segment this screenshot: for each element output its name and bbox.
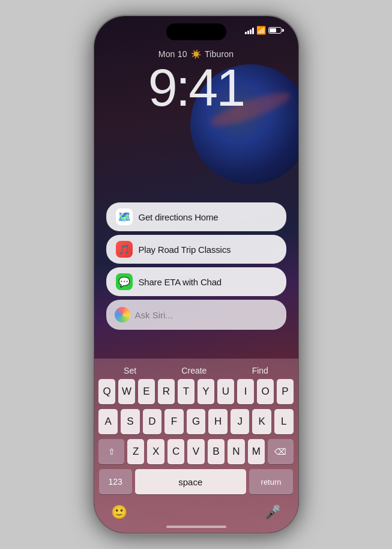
key-z[interactable]: Z (127, 439, 144, 464)
key-b[interactable]: B (208, 439, 225, 464)
siri-input-container[interactable]: Ask Siri... (106, 300, 286, 330)
key-c[interactable]: C (167, 439, 184, 464)
suggestion-create[interactable]: Create (181, 366, 207, 375)
key-s[interactable]: S (121, 409, 140, 434)
key-f[interactable]: F (164, 409, 184, 434)
wifi-icon: 📶 (256, 26, 266, 35)
key-o[interactable]: O (257, 379, 274, 404)
key-q[interactable]: Q (98, 379, 115, 404)
key-a[interactable]: A (98, 409, 118, 434)
key-l[interactable]: L (274, 409, 294, 434)
phone-screen: 📶 Mon 10 ☀️ Tiburon 9:41 🗺️ (94, 16, 298, 533)
key-m[interactable]: M (248, 439, 265, 464)
key-g[interactable]: G (187, 409, 206, 434)
keyboard-rows: Q W E R T Y U I O P A S D F G (97, 379, 296, 494)
status-icons: 📶 (245, 26, 284, 35)
signal-icon (245, 27, 254, 34)
key-x[interactable]: X (147, 439, 164, 464)
key-k[interactable]: K (252, 409, 271, 434)
siri-suggestions: 🗺️ Get directions Home 🎵 Play Road Trip … (106, 202, 286, 330)
battery-icon (268, 27, 284, 34)
keyboard-row-1: Q W E R T Y U I O P (99, 379, 294, 404)
key-y[interactable]: Y (198, 379, 214, 404)
keyboard-row-3: ⇧ Z X C V B N M ⌫ (99, 439, 294, 464)
key-d[interactable]: D (143, 409, 162, 434)
key-e[interactable]: E (138, 379, 155, 404)
key-t[interactable]: T (178, 379, 194, 404)
key-i[interactable]: I (237, 379, 254, 404)
quick-suggestions-bar: Set Create Find (97, 363, 296, 379)
return-key[interactable]: return (249, 469, 294, 494)
key-j[interactable]: J (231, 409, 250, 434)
suggestion-messages-text: Share ETA with Chad (139, 277, 222, 287)
suggestion-music-text: Play Road Trip Classics (139, 244, 231, 255)
suggestion-directions-text: Get directions Home (139, 212, 219, 222)
numbers-key[interactable]: 123 (99, 469, 132, 494)
siri-placeholder: Ask Siri... (135, 310, 173, 320)
suggestion-music[interactable]: 🎵 Play Road Trip Classics (106, 235, 286, 264)
key-w[interactable]: W (118, 379, 135, 404)
keyboard-row-2: A S D F G H J K L (99, 409, 294, 434)
suggestion-messages[interactable]: 💬 Share ETA with Chad (106, 267, 286, 296)
space-key[interactable]: space (135, 469, 246, 494)
lock-screen-content: Mon 10 ☀️ Tiburon 9:41 (94, 49, 298, 114)
key-n[interactable]: N (228, 439, 244, 464)
phone-frame: 📶 Mon 10 ☀️ Tiburon 9:41 🗺️ (94, 16, 298, 533)
lock-screen-time: 9:41 (148, 61, 244, 114)
key-u[interactable]: U (217, 379, 234, 404)
music-icon: 🎵 (116, 241, 133, 258)
suggestion-directions[interactable]: 🗺️ Get directions Home (106, 202, 286, 231)
delete-key[interactable]: ⌫ (268, 439, 294, 464)
key-r[interactable]: R (158, 379, 175, 404)
emoji-button[interactable]: 🙂 (109, 502, 130, 523)
key-p[interactable]: P (277, 379, 294, 404)
keyboard-row-bottom: 123 space return (99, 469, 294, 494)
siri-orb-icon (115, 307, 130, 323)
messages-icon: 💬 (116, 273, 133, 290)
shift-key[interactable]: ⇧ (98, 439, 124, 464)
key-v[interactable]: V (187, 439, 204, 464)
home-indicator (166, 526, 226, 528)
dynamic-island (166, 23, 226, 40)
suggestion-find[interactable]: Find (252, 366, 268, 375)
maps-icon: 🗺️ (116, 208, 133, 225)
microphone-button[interactable]: 🎤 (262, 502, 284, 523)
keyboard: Set Create Find Q W E R T Y U I O P (94, 359, 298, 533)
suggestion-set[interactable]: Set (124, 366, 136, 375)
key-h[interactable]: H (208, 409, 228, 434)
